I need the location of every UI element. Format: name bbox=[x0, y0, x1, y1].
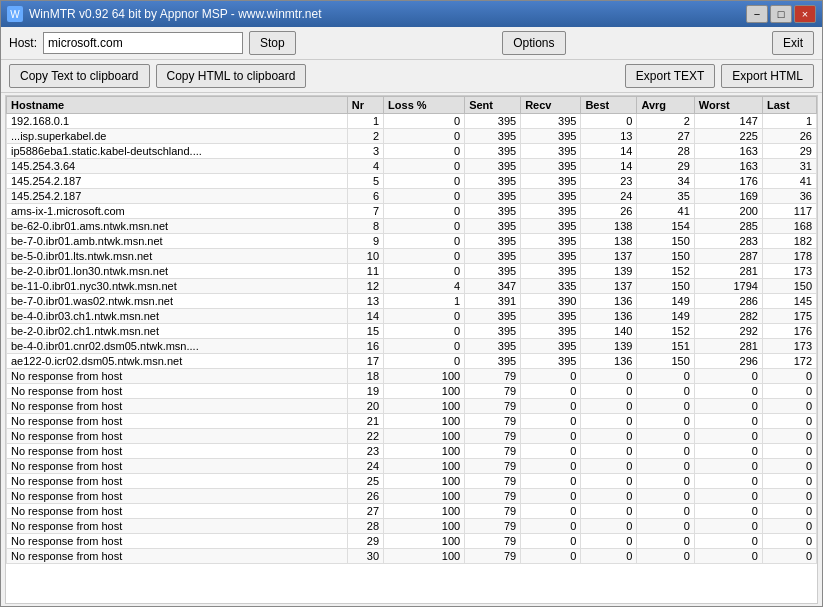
table-cell: 1 bbox=[762, 114, 816, 129]
table-cell: 79 bbox=[465, 429, 521, 444]
window-title: WinMTR v0.92 64 bit by Appnor MSP - www.… bbox=[29, 7, 322, 21]
table-cell: 0 bbox=[694, 384, 762, 399]
table-cell: 395 bbox=[521, 264, 581, 279]
table-cell: 0 bbox=[581, 534, 637, 549]
table-cell: 149 bbox=[637, 309, 694, 324]
table-cell: 0 bbox=[637, 444, 694, 459]
table-cell: 26 bbox=[581, 204, 637, 219]
table-cell: 23 bbox=[347, 444, 383, 459]
table-cell: 168 bbox=[762, 219, 816, 234]
stop-button[interactable]: Stop bbox=[249, 31, 296, 55]
table-row: No response from host251007900000 bbox=[7, 474, 817, 489]
table-cell: 150 bbox=[637, 234, 694, 249]
exit-button[interactable]: Exit bbox=[772, 31, 814, 55]
table-cell: 0 bbox=[384, 114, 465, 129]
table-header-loss--: Loss % bbox=[384, 97, 465, 114]
table-cell: 391 bbox=[465, 294, 521, 309]
table-cell: 395 bbox=[465, 159, 521, 174]
maximize-button[interactable]: □ bbox=[770, 5, 792, 23]
table-cell: 0 bbox=[384, 204, 465, 219]
minimize-button[interactable]: − bbox=[746, 5, 768, 23]
table-row: 145.254.2.18760395395243516936 bbox=[7, 189, 817, 204]
table-cell: 283 bbox=[694, 234, 762, 249]
options-button[interactable]: Options bbox=[502, 31, 565, 55]
table-cell: 163 bbox=[694, 144, 762, 159]
table-cell: 20 bbox=[347, 399, 383, 414]
table-cell: 395 bbox=[521, 204, 581, 219]
table-row: No response from host221007900000 bbox=[7, 429, 817, 444]
table-cell: 0 bbox=[384, 309, 465, 324]
table-cell: ...isp.superkabel.de bbox=[7, 129, 348, 144]
table-cell: 14 bbox=[581, 159, 637, 174]
table-cell: 395 bbox=[465, 219, 521, 234]
table-cell: 3 bbox=[347, 144, 383, 159]
table-cell: 395 bbox=[465, 324, 521, 339]
table-row: 145.254.3.6440395395142916331 bbox=[7, 159, 817, 174]
table-cell: 147 bbox=[694, 114, 762, 129]
table-row: 192.168.0.110395395021471 bbox=[7, 114, 817, 129]
table-header-avrg: Avrg bbox=[637, 97, 694, 114]
table-cell: 23 bbox=[581, 174, 637, 189]
table-row: No response from host301007900000 bbox=[7, 549, 817, 564]
table-cell: 282 bbox=[694, 309, 762, 324]
table-cell: 335 bbox=[521, 279, 581, 294]
table-cell: 14 bbox=[581, 144, 637, 159]
export-text-button[interactable]: Export TEXT bbox=[625, 64, 715, 88]
table-cell: 21 bbox=[347, 414, 383, 429]
table-cell: 10 bbox=[347, 249, 383, 264]
table-cell: 0 bbox=[384, 159, 465, 174]
export-html-button[interactable]: Export HTML bbox=[721, 64, 814, 88]
table-cell: 25 bbox=[347, 474, 383, 489]
host-input[interactable] bbox=[43, 32, 243, 54]
table-cell: 0 bbox=[762, 489, 816, 504]
table-cell: 0 bbox=[581, 489, 637, 504]
table-cell: 100 bbox=[384, 444, 465, 459]
table-cell: 16 bbox=[347, 339, 383, 354]
table-cell: 395 bbox=[521, 189, 581, 204]
table-cell: 395 bbox=[465, 189, 521, 204]
table-cell: 0 bbox=[521, 384, 581, 399]
table-cell: 41 bbox=[762, 174, 816, 189]
table-cell: 200 bbox=[694, 204, 762, 219]
table-cell: 13 bbox=[347, 294, 383, 309]
table-cell: 0 bbox=[521, 504, 581, 519]
table-cell: 2 bbox=[347, 129, 383, 144]
table-cell: 28 bbox=[347, 519, 383, 534]
title-bar: W WinMTR v0.92 64 bit by Appnor MSP - ww… bbox=[1, 1, 822, 27]
table-cell: 0 bbox=[694, 549, 762, 564]
table-cell: be-7-0.ibr01.amb.ntwk.msn.net bbox=[7, 234, 348, 249]
copy-text-button[interactable]: Copy Text to clipboard bbox=[9, 64, 150, 88]
table-cell: 1 bbox=[384, 294, 465, 309]
table-cell: ip5886eba1.static.kabel-deutschland.... bbox=[7, 144, 348, 159]
table-row: be-4-0.ibr01.cnr02.dsm05.ntwk.msn....160… bbox=[7, 339, 817, 354]
button-row: Copy Text to clipboard Copy HTML to clip… bbox=[1, 60, 822, 93]
table-cell: 0 bbox=[637, 489, 694, 504]
table-row: No response from host281007900000 bbox=[7, 519, 817, 534]
table-cell: 100 bbox=[384, 399, 465, 414]
table-cell: 152 bbox=[637, 264, 694, 279]
table-cell: 149 bbox=[637, 294, 694, 309]
table-cell: 0 bbox=[637, 429, 694, 444]
table-cell: 18 bbox=[347, 369, 383, 384]
table-cell: be-7-0.ibr01.was02.ntwk.msn.net bbox=[7, 294, 348, 309]
table-cell: 136 bbox=[581, 309, 637, 324]
table-header-best: Best bbox=[581, 97, 637, 114]
table-cell: 0 bbox=[762, 474, 816, 489]
table-cell: 0 bbox=[762, 369, 816, 384]
table-cell: 0 bbox=[521, 429, 581, 444]
table-row: No response from host231007900000 bbox=[7, 444, 817, 459]
copy-html-button[interactable]: Copy HTML to clipboard bbox=[156, 64, 307, 88]
close-button[interactable]: × bbox=[794, 5, 816, 23]
table-cell: 100 bbox=[384, 534, 465, 549]
table-cell: No response from host bbox=[7, 504, 348, 519]
table-cell: 0 bbox=[762, 504, 816, 519]
table-cell: No response from host bbox=[7, 444, 348, 459]
table-cell: 0 bbox=[762, 549, 816, 564]
table-cell: No response from host bbox=[7, 534, 348, 549]
table-cell: 138 bbox=[581, 234, 637, 249]
table-cell: 173 bbox=[762, 264, 816, 279]
table-cell: 395 bbox=[521, 249, 581, 264]
table-cell: 0 bbox=[637, 534, 694, 549]
table-cell: 395 bbox=[521, 114, 581, 129]
table-cell: 100 bbox=[384, 489, 465, 504]
